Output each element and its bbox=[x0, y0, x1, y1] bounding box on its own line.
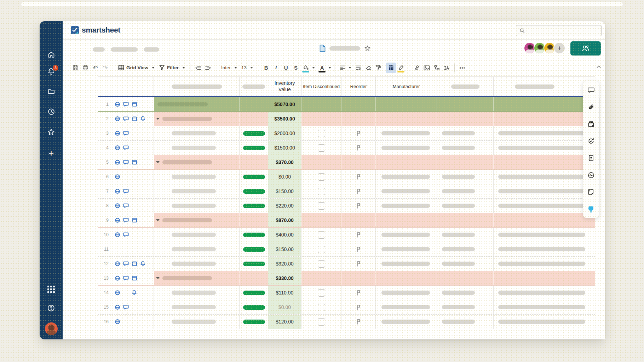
manufacturer-cell[interactable] bbox=[376, 315, 437, 329]
item-discontinued-checkbox[interactable] bbox=[318, 260, 325, 268]
reorder-cell[interactable] bbox=[341, 199, 376, 213]
reorder-cell[interactable] bbox=[341, 155, 376, 169]
reorder-cell[interactable] bbox=[341, 300, 376, 314]
extra-1-cell[interactable] bbox=[437, 286, 494, 300]
comment-icon[interactable] bbox=[123, 261, 129, 267]
stock-level-cell[interactable] bbox=[240, 155, 268, 169]
share-button[interactable] bbox=[570, 41, 601, 56]
row-number[interactable]: 10 bbox=[98, 228, 112, 242]
row-number[interactable]: 1 bbox=[98, 97, 112, 111]
browse-folder-icon[interactable] bbox=[40, 88, 63, 95]
column-header-inventory-value[interactable]: Inventory Value bbox=[268, 77, 301, 96]
activity-log-panel-icon[interactable] bbox=[587, 171, 595, 179]
item-discontinued-cell[interactable] bbox=[301, 184, 341, 198]
stock-level-cell[interactable] bbox=[240, 199, 268, 213]
comment-icon[interactable] bbox=[123, 304, 129, 310]
reorder-flag-icon[interactable] bbox=[356, 290, 361, 296]
calendar-icon[interactable] bbox=[132, 159, 137, 165]
global-search-box[interactable] bbox=[516, 25, 602, 36]
stock-level-cell[interactable] bbox=[240, 184, 268, 198]
format-painter-icon[interactable] bbox=[373, 63, 383, 73]
comment-icon[interactable] bbox=[123, 130, 129, 136]
row-number[interactable]: 12 bbox=[98, 257, 112, 271]
item-name-cell[interactable] bbox=[154, 97, 240, 111]
extra-1-cell[interactable] bbox=[437, 170, 494, 184]
help-icon[interactable] bbox=[40, 304, 63, 312]
manufacturer-cell[interactable] bbox=[376, 141, 437, 155]
reorder-cell[interactable] bbox=[341, 271, 376, 285]
fill-color-button[interactable] bbox=[301, 63, 311, 73]
item-discontinued-checkbox[interactable] bbox=[318, 231, 325, 239]
item-discontinued-checkbox[interactable] bbox=[318, 318, 325, 326]
extra-1-cell[interactable] bbox=[437, 300, 494, 314]
attachment-icon[interactable] bbox=[115, 304, 120, 310]
collapse-toggle[interactable] bbox=[156, 118, 160, 120]
save-icon[interactable] bbox=[70, 63, 80, 73]
column-header-row-number[interactable] bbox=[98, 77, 112, 96]
manufacturer-cell[interactable] bbox=[376, 257, 437, 271]
insert-image-icon[interactable] bbox=[422, 63, 432, 73]
wrap-text-icon[interactable] bbox=[353, 63, 363, 73]
create-plus-icon[interactable]: + bbox=[40, 148, 63, 159]
extra-1-cell[interactable] bbox=[437, 199, 494, 213]
extra-2-cell[interactable] bbox=[494, 257, 595, 271]
reorder-flag-icon[interactable] bbox=[356, 261, 361, 267]
reorder-flag-icon[interactable] bbox=[356, 203, 361, 209]
update-requests-panel-icon[interactable] bbox=[587, 137, 595, 145]
reorder-flag-icon[interactable] bbox=[356, 246, 361, 252]
extra-1-cell[interactable] bbox=[437, 141, 494, 155]
comment-icon[interactable] bbox=[123, 145, 129, 151]
column-header-extra-2[interactable] bbox=[494, 77, 595, 96]
inventory-value-cell[interactable]: $120.00 bbox=[268, 315, 301, 329]
reorder-cell[interactable] bbox=[341, 228, 376, 242]
item-discontinued-checkbox[interactable] bbox=[318, 246, 325, 253]
attachment-icon[interactable] bbox=[115, 101, 120, 107]
item-discontinued-checkbox[interactable] bbox=[318, 144, 325, 152]
reorder-flag-icon[interactable] bbox=[356, 174, 361, 180]
reorder-cell[interactable] bbox=[341, 126, 376, 140]
undo-icon[interactable]: ↶ bbox=[90, 63, 100, 73]
manufacturer-cell[interactable] bbox=[376, 271, 437, 285]
extra-1-cell[interactable] bbox=[437, 112, 494, 126]
stock-level-cell[interactable] bbox=[240, 141, 268, 155]
item-name-cell[interactable] bbox=[154, 170, 240, 184]
reorder-flag-icon[interactable] bbox=[356, 319, 361, 325]
row-number[interactable]: 11 bbox=[98, 242, 112, 256]
add-collaborator-button[interactable]: + bbox=[553, 42, 565, 54]
strikethrough-button[interactable]: S bbox=[291, 63, 301, 73]
outdent-icon[interactable] bbox=[193, 63, 203, 73]
publish-panel-icon[interactable] bbox=[587, 154, 595, 162]
item-discontinued-cell[interactable] bbox=[301, 257, 341, 271]
comment-icon[interactable] bbox=[123, 203, 129, 209]
extra-2-cell[interactable] bbox=[494, 97, 595, 111]
attachment-icon[interactable] bbox=[115, 130, 120, 136]
calendar-icon[interactable] bbox=[132, 275, 137, 281]
item-discontinued-cell[interactable] bbox=[301, 315, 341, 329]
attachment-icon[interactable] bbox=[115, 145, 120, 151]
reorder-cell[interactable] bbox=[341, 141, 376, 155]
item-discontinued-checkbox[interactable] bbox=[318, 188, 325, 195]
extra-2-cell[interactable] bbox=[494, 112, 595, 126]
favorite-star-icon[interactable] bbox=[364, 45, 371, 52]
item-discontinued-cell[interactable] bbox=[301, 126, 341, 140]
row-number[interactable]: 14 bbox=[98, 286, 112, 300]
collapse-toolbar-chevron-icon[interactable] bbox=[596, 64, 602, 71]
inventory-value-cell[interactable]: $400.00 bbox=[268, 228, 301, 242]
stock-level-cell[interactable] bbox=[240, 286, 268, 300]
reorder-cell[interactable] bbox=[341, 170, 376, 184]
extra-2-cell[interactable] bbox=[494, 184, 595, 198]
home-icon[interactable] bbox=[40, 51, 63, 59]
manufacturer-cell[interactable] bbox=[376, 126, 437, 140]
attachment-icon[interactable] bbox=[115, 203, 120, 209]
attachment-icon[interactable] bbox=[115, 232, 120, 238]
extra-1-cell[interactable] bbox=[437, 257, 494, 271]
text-rotation-icon[interactable] bbox=[442, 63, 452, 73]
item-discontinued-cell[interactable] bbox=[301, 228, 341, 242]
extra-1-cell[interactable] bbox=[437, 97, 494, 111]
column-header-item-name[interactable] bbox=[154, 77, 240, 96]
calendar-icon[interactable] bbox=[132, 217, 137, 223]
reorder-flag-icon[interactable] bbox=[356, 232, 361, 238]
item-discontinued-cell[interactable] bbox=[301, 242, 341, 256]
comment-icon[interactable] bbox=[123, 275, 129, 281]
comment-icon[interactable] bbox=[123, 217, 129, 223]
